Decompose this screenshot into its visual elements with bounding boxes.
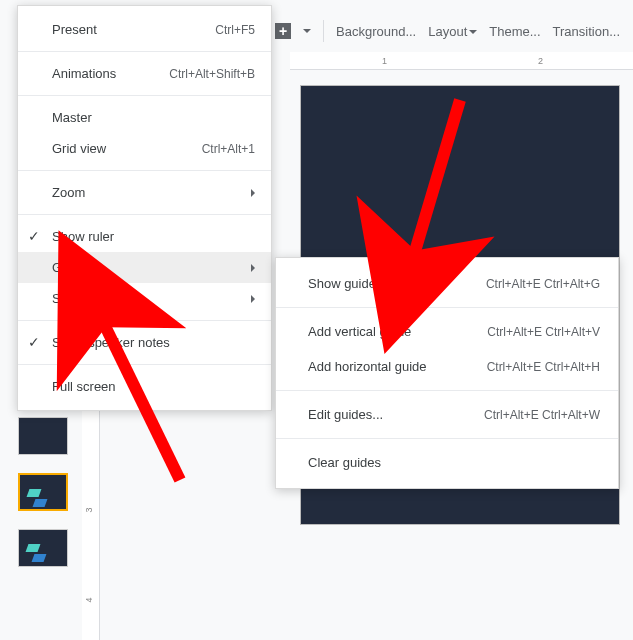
menu-separator bbox=[18, 95, 271, 96]
menu-zoom[interactable]: Zoom bbox=[18, 177, 271, 208]
dropdown-icon[interactable] bbox=[303, 29, 311, 37]
menu-separator bbox=[18, 51, 271, 52]
menu-show-ruler[interactable]: ✓ Show ruler bbox=[18, 221, 271, 252]
svg-line-0 bbox=[405, 100, 460, 285]
toolbar: + Background... Layout Theme... Transiti… bbox=[275, 20, 633, 42]
menu-separator bbox=[276, 390, 618, 391]
menu-gridview[interactable]: Grid view Ctrl+Alt+1 bbox=[18, 133, 271, 164]
layout-button[interactable]: Layout bbox=[428, 24, 477, 39]
menu-master[interactable]: Master bbox=[18, 102, 271, 133]
menu-animations[interactable]: Animations Ctrl+Alt+Shift+B bbox=[18, 58, 271, 89]
annotation-arrow bbox=[60, 270, 210, 504]
background-button[interactable]: Background... bbox=[336, 24, 416, 39]
menu-present[interactable]: Present Ctrl+F5 bbox=[18, 14, 271, 45]
menu-separator bbox=[276, 438, 618, 439]
add-slide-button[interactable]: + bbox=[275, 23, 291, 39]
check-icon: ✓ bbox=[28, 228, 40, 244]
annotation-arrow bbox=[380, 90, 480, 324]
transition-button[interactable]: Transition... bbox=[553, 24, 620, 39]
check-icon: ✓ bbox=[28, 334, 40, 350]
menu-separator bbox=[18, 214, 271, 215]
submenu-edit-guides[interactable]: Edit guides... Ctrl+Alt+E Ctrl+Alt+W bbox=[276, 397, 618, 432]
toolbar-separator bbox=[323, 20, 324, 42]
slide-thumb[interactable] bbox=[18, 529, 68, 567]
menu-separator bbox=[18, 170, 271, 171]
svg-line-1 bbox=[90, 295, 180, 480]
submenu-add-horizontal[interactable]: Add horizontal guide Ctrl+Alt+E Ctrl+Alt… bbox=[276, 349, 618, 384]
theme-button[interactable]: Theme... bbox=[489, 24, 540, 39]
submenu-clear-guides[interactable]: Clear guides bbox=[276, 445, 618, 480]
horizontal-ruler: 1 2 bbox=[290, 52, 633, 70]
